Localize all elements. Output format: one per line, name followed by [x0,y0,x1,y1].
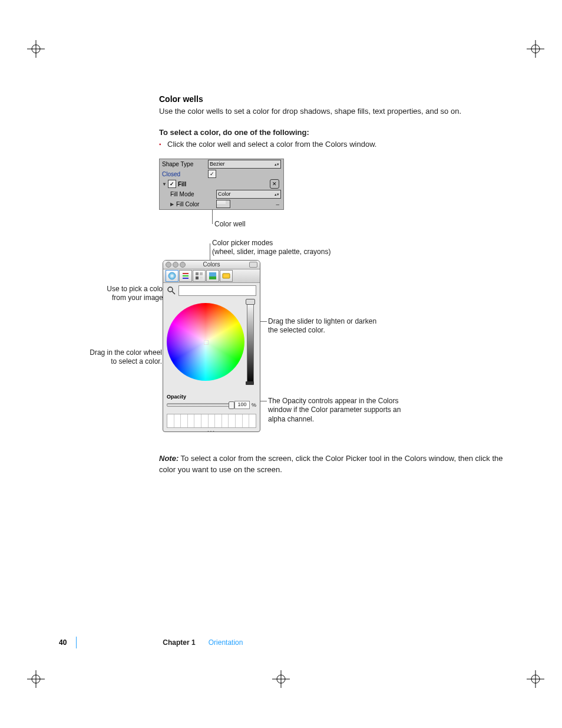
crop-mark-tl [27,40,45,58]
callout-line: Drag in the color wheel [80,348,162,358]
footer-divider [76,637,77,648]
svg-point-16 [168,272,176,279]
colors-window: Colors [163,260,260,432]
svg-rect-23 [200,276,203,279]
callout-line: Color picker modes [212,239,330,248]
callout-line: from your image. [94,294,165,303]
callout-modes: Color picker modes (wheel, slider, image… [212,239,330,257]
callout-wheel: Drag in the color wheel to select a colo… [80,348,162,367]
color-picker-mode-toolbar [163,269,260,283]
callout-line: to select a color. [80,357,162,367]
current-color-swatch[interactable] [178,285,256,296]
color-wheel[interactable] [167,303,244,381]
toolbar-toggle-icon[interactable] [249,262,257,268]
label-fill-mode: Fill Mode [160,191,216,197]
dropdown-arrows-icon: ▴▾ [275,162,279,166]
callout-line: The Opacity controls appear in the Color… [268,397,421,406]
intro-text: Use the color wells to set a color for d… [159,106,513,117]
crop-mark-bc [272,670,290,688]
color-well[interactable] [216,200,230,208]
page-footer: 40 Chapter 1 Orientation [59,637,243,648]
crop-mark-br [527,670,544,688]
resize-gripper-icon[interactable]: ••• [163,429,260,432]
brightness-slider[interactable] [247,301,254,384]
shape-type-dropdown[interactable]: Bezier ▴▾ [208,160,281,169]
opacity-label: Opacity [167,394,256,400]
label-closed: Closed [160,171,208,177]
bullet-item: Click the color well and select a color … [159,139,513,150]
svg-rect-20 [196,272,199,275]
closed-checkbox[interactable]: ✓ [208,170,216,178]
chapter-label: Chapter 1 [163,638,195,647]
page-number: 40 [59,638,67,647]
color-wheel-cursor[interactable] [204,340,209,345]
opacity-value-field[interactable]: 100 [234,401,250,409]
svg-rect-19 [183,278,189,279]
fill-mode-dropdown[interactable]: Color ▴▾ [216,190,281,199]
fill-checkbox[interactable]: ✓ [168,180,176,188]
svg-point-27 [168,287,173,292]
opacity-slider[interactable] [167,403,233,407]
callout-magnifier: Use to pick a color from your image. [94,285,165,303]
note-label: Note: [159,454,178,463]
opacity-percent-label: % [252,402,256,408]
callout-line: (wheel, slider, image palette, crayons) [212,248,330,257]
shape-type-value: Bezier [210,161,225,167]
dash-icon: – [276,201,279,207]
callout-color-well: Color well [214,220,246,229]
svg-rect-22 [196,276,199,279]
fill-mode-value: Color [218,191,231,197]
label-fill: Fill [178,181,186,187]
crop-mark-bl [27,670,45,688]
crayons-mode-button[interactable] [220,270,233,282]
color-wheel-mode-button[interactable] [166,270,178,282]
opacity-slider-thumb[interactable] [229,401,234,409]
color-sliders-mode-button[interactable] [179,270,192,282]
callout-line: the selected color. [268,326,404,335]
callout-slider: Drag the slider to lighten or darken the… [268,317,404,335]
magnifier-tool-icon[interactable] [167,286,176,295]
inspector-panel: Shape Type Bezier ▴▾ Closed ✓ ▼ ✓ [159,159,284,210]
callout-opacity: The Opacity controls appear in the Color… [268,397,421,424]
svg-rect-21 [200,272,203,275]
callout-line: window if the Color parameter supports a… [268,406,421,415]
image-palettes-mode-button[interactable] [206,270,219,282]
subhead: To select a color, do one of the followi… [159,128,513,137]
brightness-slider-indicator [246,381,254,385]
note-body: To select a color from the screen, click… [159,454,503,474]
reset-button[interactable]: ✕ [270,179,279,189]
svg-rect-25 [209,276,216,279]
brightness-slider-thumb[interactable] [246,299,255,305]
label-shape-type: Shape Type [160,161,208,167]
callout-line: Use to pick a color [94,285,165,294]
window-title: Colors [163,261,260,268]
disclosure-triangle-icon[interactable]: ▼ [162,182,167,187]
color-palettes-mode-button[interactable] [193,270,206,282]
label-fill-color: Fill Color [176,201,199,207]
window-titlebar[interactable]: Colors [163,261,260,269]
callout-line: alpha channel. [268,415,421,424]
chapter-title: Orientation [209,638,243,647]
callout-line: Drag the slider to lighten or darken [268,317,404,327]
svg-line-28 [172,291,175,294]
dropdown-arrows-icon: ▴▾ [275,192,279,196]
note-paragraph: Note: To select a color from the screen,… [159,453,513,476]
callout-leader [212,209,213,224]
saved-swatches[interactable] [167,414,256,428]
svg-rect-17 [183,273,189,274]
disclosure-triangle-icon[interactable]: ▶ [170,202,174,207]
svg-rect-26 [223,274,230,278]
crop-mark-tr [527,40,544,58]
section-heading: Color wells [159,94,513,104]
svg-rect-18 [183,275,189,276]
